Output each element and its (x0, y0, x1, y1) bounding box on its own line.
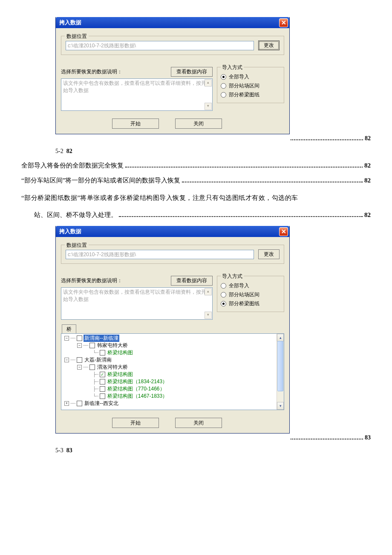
import-legend: 导入方式 (221, 64, 244, 71)
tree-node-section-2[interactable]: −┈┈ 大荔-新渭南 (63, 356, 284, 364)
close-icon[interactable]: ✕ (279, 227, 288, 236)
titlebar[interactable]: 拷入数据 ✕ (56, 17, 289, 28)
tab-bridge[interactable]: 桥 (62, 324, 76, 334)
close-button[interactable]: 关闭 (175, 418, 222, 428)
tree-node-drawing[interactable]: └┈ 桥梁结构图（1467-1833） (63, 393, 284, 400)
scroll-up-icon[interactable]: ▴ (205, 288, 212, 295)
scroll-thumb (277, 341, 283, 391)
title-text: 拷入数据 (59, 19, 81, 26)
figure-caption-1: 5-2 82 (55, 148, 371, 155)
import-mode-group: 导入方式 全部导入 部分站场区间 部分桥梁图纸 (217, 67, 284, 103)
import-dialog-1: 拷入数据 ✕ 数据位置 c:\临潼2010-7-2线路图形数据\ 更改 选择所要… (55, 17, 290, 134)
description-textarea[interactable]: 该文件夹中包含有效数据，按查看信息可以查看详细资料，按开始导入数据 ▴ ▾ (61, 287, 213, 320)
import-mode-group: 导入方式 全部导入 部分站场区间 部分桥梁图纸 (217, 276, 284, 312)
scroll-down-icon: ▾ (277, 402, 284, 410)
tree-node-drawing-checked[interactable]: ├┈ ✓ 桥梁结构图 (63, 371, 284, 378)
import-dialog-2: 拷入数据 ✕ 数据位置 c:\临潼2010-7-2线路图形数据\ 更改 选择所要… (55, 226, 290, 434)
radio-station[interactable]: 部分站场区间 (221, 291, 280, 298)
close-button[interactable]: 关闭 (175, 119, 222, 129)
start-button[interactable]: 开始 (112, 418, 159, 428)
description-textarea[interactable]: 该文件夹中包含有效数据，按查看信息可以查看详细资料，按开始导入数据 ▴ ▾ (61, 78, 213, 111)
scroll-up-icon[interactable]: ▴ (205, 79, 212, 87)
toc-line-3b: 站、区间、桥不做导入处理。 82 (21, 211, 371, 219)
tree-node-bridge-2[interactable]: −┈┈ 渭洛河特大桥 (63, 364, 284, 371)
tree-node-section-3[interactable]: +┈┈ 新临潼--西安北 (63, 400, 284, 407)
figure-page-ref: 83 (365, 434, 371, 441)
close-icon[interactable]: ✕ (279, 18, 288, 27)
tree-node-drawing[interactable]: └┈ 桥梁结构图 (63, 349, 284, 356)
view-data-button[interactable]: 查看数据内容 (171, 276, 213, 286)
title-text: 拷入数据 (59, 228, 81, 235)
tree-scrollbar[interactable]: ▴ ▾ (277, 334, 284, 410)
radio-bridge[interactable]: 部分桥梁图纸 (221, 300, 280, 307)
radio-station[interactable]: 部分站场区间 (221, 82, 280, 90)
scroll-down-icon[interactable]: ▾ (205, 103, 212, 110)
path-input[interactable]: c:\临潼2010-7-2线路图形数据\ (66, 250, 254, 259)
paragraph-3a: “部分桥梁图纸数据”将单张或者多张桥梁结构图导入恢复，注意只有勾选图纸才有效，勾… (21, 191, 371, 204)
tree-node-drawing[interactable]: ├┈ 桥梁结构图（1834-2143） (63, 378, 284, 385)
location-group: 数据位置 c:\临潼2010-7-2线路图形数据\ 更改 (61, 36, 284, 55)
start-button[interactable]: 开始 (112, 119, 159, 129)
tree-node-bridge-1[interactable]: −┈┈ 韩家屯特大桥 (63, 342, 284, 349)
import-legend: 导入方式 (221, 273, 244, 280)
radio-all[interactable]: 全部导入 (221, 73, 280, 81)
scroll-up-icon: ▴ (277, 334, 284, 341)
tree-node-section-1[interactable]: −┈┈ 新渭南--新临潼 (63, 335, 284, 342)
toc-line-1: 全部导入将备份的全部数据完全恢复 82 (21, 162, 371, 170)
location-legend: 数据位置 (65, 242, 89, 249)
change-button[interactable]: 更改 (258, 40, 280, 50)
tree-node-drawing[interactable]: ├┈ 桥梁结构图（770-1466） (63, 385, 284, 393)
view-data-button[interactable]: 查看数据内容 (171, 67, 213, 77)
scroll-down-icon[interactable]: ▾ (205, 312, 212, 319)
bridge-tree[interactable]: −┈┈ 新渭南--新临潼 −┈┈ 韩家屯特大桥 └┈ 桥梁结构图 (61, 333, 284, 410)
restore-label: 选择所要恢复的数据说明： (61, 68, 122, 75)
titlebar[interactable]: 拷入数据 ✕ (56, 226, 289, 237)
location-legend: 数据位置 (65, 33, 89, 40)
radio-bridge[interactable]: 部分桥梁图纸 (221, 91, 280, 98)
figure-caption-2: 5-3 83 (55, 447, 371, 454)
restore-label: 选择所要恢复的数据说明： (61, 277, 122, 284)
location-group: 数据位置 c:\临潼2010-7-2线路图形数据\ 更改 (61, 245, 284, 264)
figure-page-ref: 82 (365, 135, 371, 142)
toc-line-2: “部分车站区间”将一部分的车站或者区间的数据导入恢复 82 (21, 176, 371, 185)
change-button[interactable]: 更改 (258, 249, 280, 259)
radio-all[interactable]: 全部导入 (221, 282, 280, 289)
path-input[interactable]: c:\临潼2010-7-2线路图形数据\ (66, 41, 254, 50)
